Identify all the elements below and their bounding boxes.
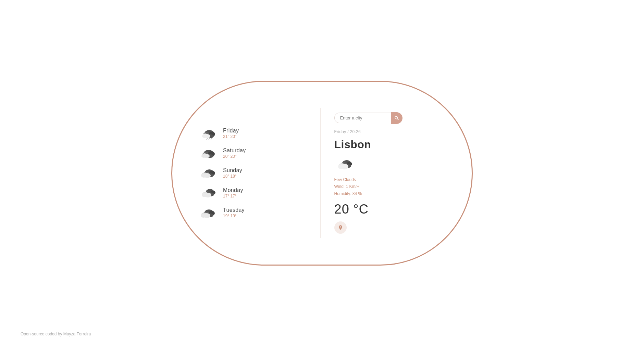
svg-point-44 (338, 164, 344, 169)
forecast-item-tuesday: Tuesday 19° 19° (200, 206, 310, 220)
forecast-temps-saturday: 20° 20° (223, 154, 246, 159)
city-search-input[interactable] (334, 113, 391, 123)
forecast-icon-sunday (200, 166, 218, 180)
forecast-info-friday: Friday 21° 20° (223, 128, 239, 139)
current-temperature: 20 °C (334, 202, 369, 217)
svg-point-23 (201, 174, 207, 178)
forecast-day-tuesday: Tuesday (223, 207, 245, 213)
forecast-item-saturday: Saturday 20° 20° (200, 146, 310, 160)
forecast-info-tuesday: Tuesday 19° 19° (223, 207, 245, 218)
forecast-temps-tuesday: 19° 19° (223, 214, 245, 218)
forecast-info-sunday: Sunday 18° 18° (223, 167, 242, 179)
svg-point-9 (202, 134, 207, 138)
current-datetime: Friday / 20:26 (334, 129, 361, 134)
svg-line-5 (209, 138, 209, 140)
svg-point-16 (201, 154, 206, 158)
search-button[interactable] (391, 112, 402, 124)
svg-point-37 (201, 214, 206, 218)
footer: Open-source coded by Mayza Ferreira (21, 332, 91, 336)
svg-line-4 (207, 138, 207, 140)
weather-description: Few Clouds Wind: 1 Km/H Humidity: 84 % (334, 176, 362, 197)
footer-prefix: Open-source coded (21, 332, 58, 336)
forecast-icon-monday (200, 186, 218, 200)
panel-divider (320, 108, 321, 238)
current-weather-icon (334, 156, 354, 172)
forecast-info-monday: Monday 17° 17° (223, 187, 243, 198)
forecast-icon-friday (200, 127, 218, 140)
forecast-panel: Friday 21° 20° (200, 127, 310, 220)
forecast-temps-friday: 21° 20° (223, 134, 239, 139)
search-row (334, 112, 445, 124)
forecast-day-friday: Friday (223, 128, 239, 134)
forecast-day-sunday: Sunday (223, 167, 242, 174)
svg-line-6 (211, 138, 211, 140)
current-weather-panel: Friday / 20:26 Lisbon Fe (331, 112, 445, 234)
weather-card: Friday 21° 20° (171, 81, 473, 266)
location-button[interactable] (334, 221, 347, 234)
forecast-item-monday: Monday 17° 17° (200, 186, 310, 200)
forecast-icon-tuesday (200, 206, 218, 220)
app-container: Friday 21° 20° (0, 0, 644, 346)
footer-suffix: by Mayza Ferreira (58, 332, 91, 336)
forecast-icon-saturday (200, 146, 218, 160)
forecast-info-saturday: Saturday 20° 20° (223, 148, 246, 159)
forecast-temps-sunday: 18° 18° (223, 174, 242, 179)
current-city: Lisbon (334, 138, 371, 151)
search-icon (394, 115, 399, 120)
forecast-temps-monday: 17° 17° (223, 194, 243, 198)
forecast-item-friday: Friday 21° 20° (200, 127, 310, 140)
location-icon (338, 225, 343, 230)
forecast-day-saturday: Saturday (223, 148, 246, 154)
svg-point-30 (202, 193, 207, 197)
forecast-item-sunday: Sunday 18° 18° (200, 166, 310, 180)
forecast-day-monday: Monday (223, 187, 243, 193)
